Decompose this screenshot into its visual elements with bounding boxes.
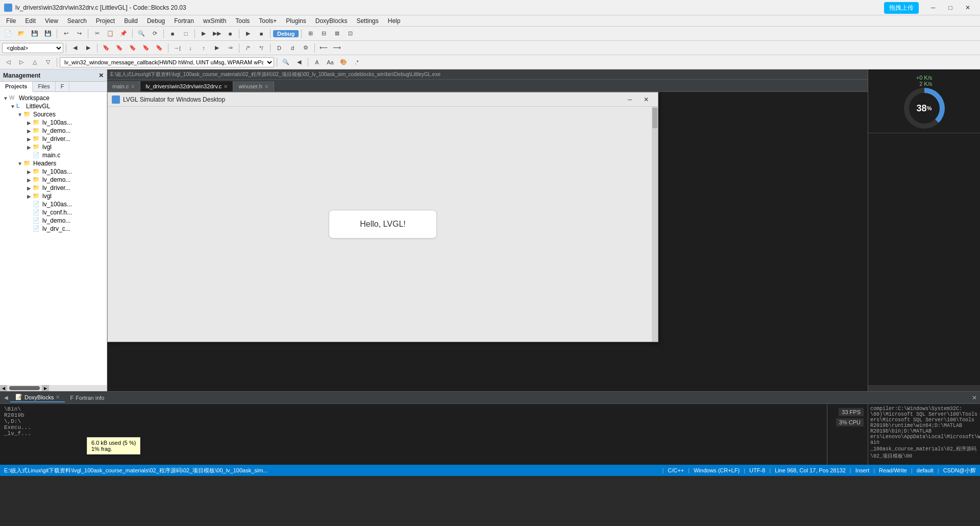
menu-search[interactable]: Search	[63, 16, 91, 26]
menu-view[interactable]: View	[41, 16, 62, 26]
scroll-right-btn[interactable]: ▶	[42, 385, 49, 391]
tree-h-lv100ask[interactable]: ▶ 📁 lv_100as...	[0, 168, 107, 176]
tab-files[interactable]: Files	[33, 82, 55, 91]
scroll-left-btn[interactable]: ◀	[0, 385, 7, 391]
tb-save-all[interactable]: 💾	[42, 28, 54, 39]
tab-win32drv-close-icon[interactable]: ✕	[224, 84, 228, 89]
tb-jump-fwd[interactable]: ⟶	[331, 42, 343, 54]
tb-b2[interactable]: □	[180, 28, 192, 39]
tree-lvgl-src[interactable]: ▶ 📁 lvgl	[0, 143, 107, 151]
tab-winuser-close-icon[interactable]: ✕	[264, 84, 268, 89]
tb-font[interactable]: Aa	[324, 57, 336, 68]
tb-jump-back[interactable]: ⟵	[317, 42, 330, 54]
minimize-button[interactable]: ─	[925, 2, 941, 13]
lvgl-simulator-body[interactable]: Hello, LVGL!	[108, 107, 658, 342]
tree-lvdemo[interactable]: ▶ 📁 lv_demo...	[0, 127, 107, 135]
tb-bookmark4[interactable]: 🔖	[140, 42, 152, 54]
tree-h-lvdriver[interactable]: ▶ 📁 lv_driver...	[0, 184, 107, 192]
tree-h-lvdemo[interactable]: ▶ 📁 lv_demo...	[0, 176, 107, 184]
menu-tools[interactable]: Tools	[231, 16, 254, 26]
tree-lvconf-h[interactable]: ▶ 📄 lv_conf.h...	[0, 208, 107, 217]
tb-step-out[interactable]: ↑	[198, 42, 210, 54]
tb-open[interactable]: 📂	[15, 28, 28, 39]
menu-project[interactable]: Project	[92, 16, 119, 26]
upload-button[interactable]: 拖拽上传	[884, 2, 919, 14]
tb-color[interactable]: 🎨	[337, 57, 350, 68]
lvgl-vertical-scrollbar[interactable]	[652, 107, 658, 342]
menu-help[interactable]: Help	[384, 16, 405, 26]
tree-lv100ask[interactable]: ▶ 📁 lv_100as...	[0, 118, 107, 127]
tb-new[interactable]: 📄	[2, 28, 14, 39]
tree-lvdemo-h[interactable]: ▶ 📄 lv_demo...	[0, 217, 107, 225]
horizontal-scrollbar[interactable]: ◀ ▶	[0, 385, 107, 391]
tb-b3[interactable]: ⊞	[304, 28, 316, 39]
lvgl-simulator-window[interactable]: LVGL Simulator for Windows Desktop ─ ✕ H…	[107, 92, 658, 342]
tb-cut[interactable]: ✂	[91, 28, 103, 39]
tab-projects[interactable]: Projects	[0, 82, 33, 92]
right-resize-handle[interactable]	[868, 385, 980, 391]
tb-debug-stop[interactable]: ■	[255, 28, 267, 39]
tb-debug-run[interactable]: ▶	[242, 28, 254, 39]
menu-tools-plus[interactable]: Tools+	[255, 16, 281, 26]
tab-fortran-info[interactable]: F Fortran info	[65, 394, 109, 402]
tb-save[interactable]: 💾	[29, 28, 41, 39]
menu-doxyblocks[interactable]: DoxyBlocks	[311, 16, 352, 26]
tree-project[interactable]: ▼ L LittlevGL	[0, 102, 107, 110]
tb-bookmark3[interactable]: 🔖	[127, 42, 139, 54]
tab-winuser[interactable]: winuser.h ✕	[233, 81, 274, 91]
tab-mainc[interactable]: main.c ✕	[107, 81, 140, 91]
tab-mainc-close-icon[interactable]: ✕	[131, 84, 135, 89]
tb-compile[interactable]: ▶	[198, 28, 210, 39]
tb-paste[interactable]: 📌	[117, 28, 130, 39]
menu-file[interactable]: File	[2, 16, 20, 26]
hello-lvgl-button[interactable]: Hello, LVGL!	[329, 210, 437, 238]
menu-plugins[interactable]: Plugins	[282, 16, 310, 26]
tb-nav1[interactable]: ◀	[69, 42, 81, 54]
scrollbar-thumb[interactable]	[652, 108, 657, 128]
tb-nav2[interactable]: ▶	[82, 42, 94, 54]
tb-replace[interactable]: ⟳	[149, 28, 161, 39]
global-scope-dropdown[interactable]: <global>	[2, 43, 63, 53]
tb-doxy1[interactable]: D	[273, 42, 285, 54]
tb-bookmark1[interactable]: 🔖	[100, 42, 112, 54]
tb-step-in[interactable]: ↓	[184, 42, 197, 54]
tb-redo[interactable]: ↪	[73, 28, 85, 39]
lvgl-minimize-btn[interactable]: ─	[622, 94, 638, 105]
tab-f[interactable]: F	[56, 82, 70, 91]
status-encoding[interactable]: UTF-8	[749, 467, 765, 473]
tb-continue[interactable]: ▶	[211, 42, 223, 54]
tree-headers[interactable]: ▼ 📁 Headers	[0, 159, 107, 168]
menu-fortran[interactable]: Fortran	[170, 16, 198, 26]
tb-doxy2[interactable]: d	[286, 42, 299, 54]
tb-search[interactable]: 🔍	[135, 28, 148, 39]
tab-win32drv[interactable]: lv_drivers\win32drv\win32drv.c ✕	[140, 81, 233, 91]
menu-debug[interactable]: Debug	[143, 16, 169, 26]
menu-settings[interactable]: Settings	[352, 16, 382, 26]
status-lang[interactable]: C/C++	[668, 467, 684, 473]
tb-bookmark5[interactable]: 🔖	[153, 42, 165, 54]
bottom-close-left-btn[interactable]: ◀	[2, 394, 10, 402]
tree-lvdriver[interactable]: ▶ 📁 lv_driver...	[0, 135, 107, 143]
tb-b1[interactable]: ■	[166, 28, 179, 39]
tb-undo[interactable]: ↩	[60, 28, 72, 39]
tb-bookmark2[interactable]: 🔖	[113, 42, 126, 54]
function-dropdown[interactable]: lv_win32_window_message_callback(HWND hW…	[60, 57, 274, 67]
tb-sym-search[interactable]: 🔍	[280, 57, 292, 68]
close-button[interactable]: ✕	[960, 2, 976, 13]
tb-f4[interactable]: ▽	[42, 57, 54, 68]
tree-lv100ask-h[interactable]: ▶ 📄 lv_100as...	[0, 200, 107, 208]
tb-b6[interactable]: ⊡	[344, 28, 356, 39]
status-line-ending[interactable]: Windows (CR+LF)	[694, 467, 740, 473]
tb-f3[interactable]: △	[29, 57, 41, 68]
tb-uncomment[interactable]: */	[255, 42, 267, 54]
tb-b5[interactable]: ⊠	[331, 28, 343, 39]
tree-lvdrvc-h[interactable]: ▶ 📄 lv_drv_c...	[0, 225, 107, 233]
tb-sym-prev[interactable]: ◀	[293, 57, 305, 68]
scroll-thumb[interactable]	[9, 386, 40, 390]
doxyblocks-close-icon[interactable]: ✕	[56, 394, 60, 400]
tb-step-over[interactable]: →|	[171, 42, 183, 54]
menu-wxsmith[interactable]: wxSmith	[199, 16, 230, 26]
menu-edit[interactable]: Edit	[21, 16, 40, 26]
tree-mainc[interactable]: ▶ 📄 main.c	[0, 151, 107, 159]
tb-comment[interactable]: /*	[242, 42, 254, 54]
